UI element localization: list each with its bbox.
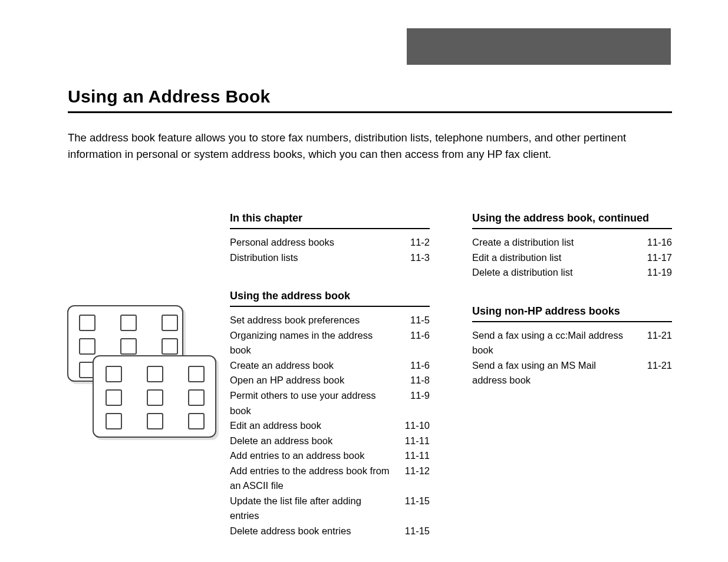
toc-list: Set address book preferences11-5 Organiz… (230, 313, 430, 538)
chapter-tab (407, 28, 671, 65)
toc-item-label: Permit others to use your address book (230, 388, 390, 418)
toc-item-page: 11-5 (410, 313, 430, 328)
toc-item-page: 11-9 (410, 388, 430, 418)
toc-item-label: Open an HP address book (230, 373, 344, 388)
toc-list: Create a distribution list11-16 Edit a d… (472, 235, 672, 280)
toc-item-page: 11-19 (647, 265, 672, 280)
toc-item-page: 11-6 (410, 328, 430, 358)
toc-item-label: Distribution lists (230, 250, 298, 266)
toc-heading: Using non-HP address books (472, 305, 672, 322)
toc-item-page: 11-6 (410, 358, 430, 373)
toc-item-page: 11-15 (405, 494, 430, 524)
toc-item-page: 11-2 (410, 235, 430, 250)
keypad-panel-front (93, 355, 216, 438)
toc-item-page: 11-11 (405, 448, 430, 464)
toc-heading: Using the address book, continued (472, 212, 672, 229)
toc: In this chapter Personal address books11… (230, 212, 672, 539)
toc-list: Personal address books11-2 Distribution … (230, 235, 430, 265)
toc-item-page: 11-21 (647, 328, 672, 358)
toc-item-page: 11-10 (405, 418, 430, 434)
toc-column-right: Using the address book, continued Create… (472, 212, 672, 539)
toc-list: Send a fax using a cc:Mail address book1… (472, 328, 672, 388)
toc-item-label: Update the list file after adding entrie… (230, 494, 390, 524)
toc-item-label: Personal address books (230, 235, 334, 250)
toc-item-label: Add entries to an address book (230, 448, 364, 464)
toc-item-label: Edit a distribution list (472, 250, 561, 266)
toc-item-page: 11-8 (410, 373, 430, 388)
toc-item-label: Add entries to the address book from an … (230, 464, 390, 494)
toc-heading: Using the address book (230, 290, 430, 307)
toc-item-page: 11-3 (410, 250, 430, 266)
toc-item-page: 11-21 (647, 358, 672, 388)
toc-item-label: Delete an address book (230, 434, 332, 449)
toc-item-page: 11-17 (647, 250, 672, 266)
toc-item-label: Delete address book entries (230, 524, 351, 539)
toc-item-page: 11-11 (405, 434, 430, 449)
toc-item-label: Edit an address book (230, 418, 321, 434)
chapter-title: Using an Address Book (68, 87, 672, 113)
toc-item-label: Organizing names in the address book (230, 328, 390, 358)
chapter-summary: The address book feature allows you to s… (68, 130, 672, 163)
toc-column-left: In this chapter Personal address books11… (230, 212, 430, 539)
toc-item-label: Send a fax using a cc:Mail address book (472, 328, 632, 358)
toc-item-label: Create an address book (230, 358, 334, 373)
toc-item-page: 11-16 (647, 235, 672, 250)
toc-item-page: 11-12 (405, 464, 430, 494)
toc-heading: In this chapter (230, 212, 430, 229)
toc-item-label: Delete a distribution list (472, 265, 573, 280)
toc-item-label: Create a distribution list (472, 235, 574, 250)
toc-item-label: Set address book preferences (230, 313, 360, 328)
toc-item-page: 11-15 (405, 524, 430, 539)
toc-item-label: Send a fax using an MS Mail address book (472, 358, 632, 388)
